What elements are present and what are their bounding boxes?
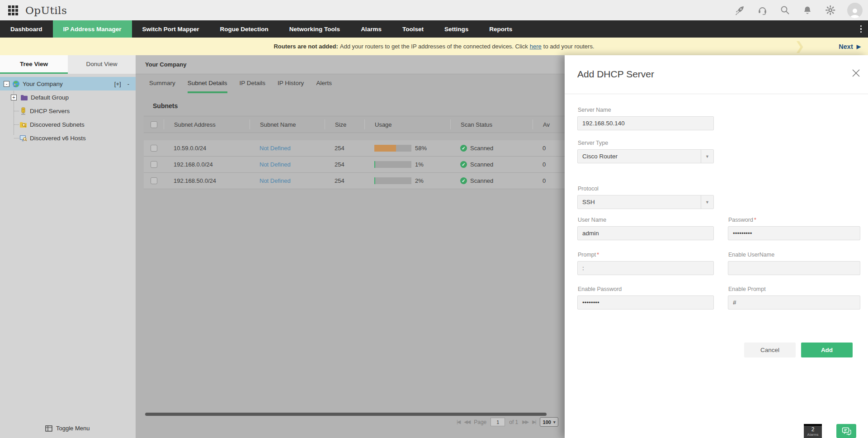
chevron-down-icon: ▼ <box>701 195 713 209</box>
toggle-menu-icon <box>45 425 52 432</box>
subnet-name-link[interactable]: Not Defined <box>250 177 325 184</box>
tab-ip-history[interactable]: IP History <box>278 74 304 93</box>
password-input[interactable] <box>728 226 860 240</box>
left-sidebar: Tree View Donut View - Your Company [+] … <box>0 55 136 438</box>
page-size-select[interactable]: 100 ▾ <box>540 417 559 427</box>
enable-prompt-label: Enable Prompt <box>728 286 860 292</box>
alarms-count-badge[interactable]: 2 Alarms <box>804 424 822 438</box>
table-row[interactable]: 192.168.0.0/24 Not Defined 254 1% ✓Scann… <box>144 157 591 173</box>
required-asterisk: * <box>597 252 599 258</box>
horizontal-scrollbar[interactable] <box>145 413 547 416</box>
table-row[interactable]: 192.168.50.0/24 Not Defined 254 2% ✓Scan… <box>144 173 591 189</box>
company-globe-icon <box>12 80 20 88</box>
enable-prompt-input[interactable] <box>728 295 860 309</box>
tree-item-dhcp-servers[interactable]: DHCP Servers <box>0 104 136 118</box>
settings-gear-icon[interactable] <box>825 5 835 16</box>
add-button[interactable]: Add <box>801 343 853 357</box>
nav-overflow-kebab-icon[interactable] <box>860 25 862 33</box>
nav-reports[interactable]: Reports <box>479 20 523 38</box>
search-icon[interactable] <box>779 5 790 16</box>
usage-cell: 2% <box>364 177 450 184</box>
oputils-app-window: OpUtils Dashboard IP Address Manag <box>0 0 868 438</box>
protocol-value: SSH <box>582 199 595 205</box>
alarm-count: 2 <box>804 426 822 433</box>
tab-subnet-details[interactable]: Subnet Details <box>188 74 227 93</box>
rocket-icon[interactable] <box>734 5 745 16</box>
protocol-select[interactable]: SSH ▼ <box>577 195 714 209</box>
scan-status-text: Scanned <box>470 161 493 168</box>
server-type-select[interactable]: Cisco Router ▼ <box>577 149 714 163</box>
expand-expander-icon[interactable]: + <box>11 95 17 100</box>
row-checkbox[interactable] <box>151 161 157 168</box>
banner-bold-text: Routers are not added: <box>274 43 338 50</box>
tab-donut-view[interactable]: Donut View <box>68 55 136 74</box>
tree-item-discovered-v6-hosts[interactable]: Discovered v6 Hosts <box>0 131 136 145</box>
banner-next-button[interactable]: Next ▶ <box>839 43 861 50</box>
toggle-menu-button[interactable]: Toggle Menu <box>45 425 90 432</box>
table-row[interactable]: 10.59.0.0/24 Not Defined 254 58% ✓Scanne… <box>144 140 591 157</box>
pagination-bar: |◀ ◀◀ Page of 1 ▶▶ ▶| 100 ▾ <box>457 417 558 427</box>
scan-status-cell: ✓Scanned <box>450 161 533 168</box>
banner-here-link[interactable]: here <box>530 43 542 50</box>
select-all-checkbox[interactable] <box>151 121 157 128</box>
add-group-control[interactable]: [+] <box>114 81 121 87</box>
enable-password-input[interactable] <box>577 295 714 309</box>
close-icon[interactable] <box>851 68 861 78</box>
server-name-label: Server Name <box>578 107 714 113</box>
discovered-subnets-icon <box>19 120 27 129</box>
cancel-button[interactable]: Cancel <box>744 343 796 357</box>
subnets-table: Subnet Address Subnet Name Size Usage Sc… <box>144 116 591 189</box>
notifications-bell-icon[interactable] <box>802 5 813 16</box>
user-name-input[interactable] <box>577 226 714 240</box>
tree-item-label: Discovered v6 Hosts <box>30 135 86 142</box>
nav-rogue-detection[interactable]: Rogue Detection <box>210 20 279 38</box>
subnet-name-link[interactable]: Not Defined <box>250 145 325 152</box>
nav-toolset[interactable]: Toolset <box>392 20 434 38</box>
tree-item-discovered-subnets[interactable]: Discovered Subnets <box>0 118 136 131</box>
tab-tree-view[interactable]: Tree View <box>0 55 68 74</box>
required-asterisk: * <box>754 217 756 223</box>
usage-cell: 58% <box>364 145 450 152</box>
prompt-input[interactable] <box>577 261 714 275</box>
prev-page-button[interactable]: ◀◀ <box>464 419 470 425</box>
chat-support-button[interactable] <box>836 424 856 438</box>
app-grid-icon[interactable] <box>8 5 18 15</box>
support-headset-icon[interactable] <box>757 5 768 16</box>
tab-alerts[interactable]: Alerts <box>316 74 332 93</box>
routers-warning-banner: Routers are not added: Add your routers … <box>0 38 868 55</box>
collapse-expander-icon[interactable]: - <box>4 81 9 87</box>
col-subnet-address[interactable]: Subnet Address <box>164 119 250 129</box>
first-page-button[interactable]: |◀ <box>457 419 460 425</box>
col-scan-status[interactable]: Scan Status <box>450 119 533 129</box>
protocol-label: Protocol <box>578 186 714 192</box>
tab-summary[interactable]: Summary <box>149 74 175 93</box>
next-page-button[interactable]: ▶▶ <box>522 419 528 425</box>
enable-username-input[interactable] <box>728 261 860 275</box>
page-size-value: 100 <box>543 419 551 425</box>
tab-ip-details[interactable]: IP Details <box>240 74 266 93</box>
nav-alarms[interactable]: Alarms <box>350 20 392 38</box>
col-subnet-name[interactable]: Subnet Name <box>250 119 325 129</box>
remove-group-control[interactable]: - <box>127 81 129 87</box>
nav-settings[interactable]: Settings <box>434 20 479 38</box>
nav-switch-port-mapper[interactable]: Switch Port Mapper <box>132 20 210 38</box>
page-number-input[interactable] <box>491 418 505 426</box>
alarm-label: Alarms <box>804 433 822 437</box>
col-usage[interactable]: Usage <box>364 119 450 129</box>
tree-item-default-group[interactable]: + Default Group <box>0 90 136 104</box>
usage-percent: 1% <box>415 161 424 168</box>
server-name-input[interactable] <box>577 116 714 130</box>
nav-dashboard[interactable]: Dashboard <box>0 20 53 38</box>
tree-item-your-company[interactable]: - Your Company [+] - <box>0 77 136 90</box>
scan-status-text: Scanned <box>470 177 493 184</box>
row-checkbox[interactable] <box>151 177 157 184</box>
prompt-label: Prompt* <box>578 252 714 258</box>
user-avatar[interactable] <box>847 3 863 18</box>
nav-networking-tools[interactable]: Networking Tools <box>279 20 350 38</box>
group-title: Your Company <box>145 61 187 68</box>
subnet-name-link[interactable]: Not Defined <box>250 161 325 168</box>
row-checkbox[interactable] <box>151 145 157 152</box>
nav-ip-address-manager[interactable]: IP Address Manager <box>53 20 132 38</box>
last-page-button[interactable]: ▶| <box>532 419 535 425</box>
col-size[interactable]: Size <box>325 119 364 129</box>
